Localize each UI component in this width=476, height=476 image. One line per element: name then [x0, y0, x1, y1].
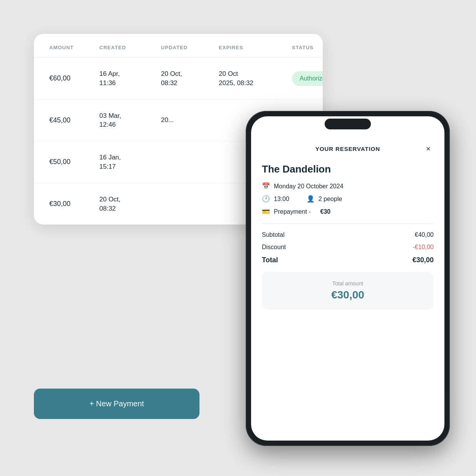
table-row[interactable]: €60,00 16 Apr,11:36 20 Oct,08:32 20 Oct2… [34, 58, 323, 100]
close-button[interactable]: × [423, 143, 434, 154]
subtotal-row: Subtotal €40,00 [262, 231, 434, 238]
time-people-row: 🕐 13:00 👤 2 people [262, 195, 434, 203]
discount-label: Discount [262, 244, 286, 251]
total-row: Total €30,00 [262, 256, 434, 264]
date-value: Monday 20 October 2024 [274, 183, 344, 190]
total-box-amount: €30,00 [271, 289, 424, 301]
col-updated: UPDATED [161, 45, 219, 50]
time-value: 13:00 [274, 196, 289, 203]
row3-created: 16 Jan,15:17 [99, 153, 161, 171]
phone-mockup: YOUR RESERVATION × The Dandelion 📅 Monda… [246, 111, 450, 446]
row2-amount: €45,00 [49, 116, 99, 124]
row1-updated: 20 Oct,08:32 [161, 69, 219, 88]
reservation-modal-title: YOUR RESERVATION [273, 146, 423, 152]
reservation-modal: YOUR RESERVATION × The Dandelion 📅 Monda… [251, 116, 444, 441]
divider [262, 223, 434, 224]
clock-icon: 🕐 [262, 195, 270, 203]
phone-outer: YOUR RESERVATION × The Dandelion 📅 Monda… [246, 111, 450, 446]
prepayment-row: 💳 Prepayment - €30 [262, 208, 434, 216]
col-created: CREATED [99, 45, 161, 50]
phone-notch [325, 119, 371, 129]
subtotal-amount: €40,00 [415, 231, 434, 238]
total-box-label: Total amount [271, 280, 424, 287]
payment-icon: 💳 [262, 208, 270, 216]
venue-name: The Dandelion [262, 163, 434, 175]
row2-created: 03 Mar,12:46 [99, 111, 161, 130]
discount-amount: -€10,00 [413, 244, 434, 251]
people-icon: 👤 [307, 195, 315, 203]
people-value: 2 people [318, 196, 342, 203]
reservation-header: YOUR RESERVATION × [262, 143, 434, 154]
row1-created: 16 Apr,11:36 [99, 69, 161, 88]
col-amount: AMOUNT [49, 45, 99, 50]
col-expires: EXPIRES [219, 45, 292, 50]
row3-amount: €50,00 [49, 158, 99, 166]
date-row: 📅 Monday 20 October 2024 [262, 182, 434, 190]
calendar-icon: 📅 [262, 182, 270, 190]
prepayment-label: Prepayment - [274, 208, 311, 215]
status-badge-authorized: Authorized [292, 71, 323, 86]
row1-status: Authorized [292, 71, 323, 86]
total-label: Total [262, 256, 278, 264]
subtotal-label: Subtotal [262, 231, 285, 238]
table-header: AMOUNT CREATED UPDATED EXPIRES STATUS [34, 34, 323, 58]
col-status: STATUS [292, 45, 323, 50]
total-amount: €30,00 [412, 256, 434, 264]
row2-updated: 20... [161, 116, 219, 125]
total-amount-box: Total amount €30,00 [262, 272, 434, 310]
row1-amount: €60,00 [49, 74, 99, 82]
new-payment-button[interactable]: + New Payment [34, 389, 199, 419]
row4-amount: €30,00 [49, 200, 99, 208]
row1-expires: 20 Oct2025, 08:32 [219, 69, 292, 88]
row4-created: 20 Oct,08:32 [99, 195, 161, 213]
prepayment-amount: €30 [320, 208, 331, 215]
discount-row: Discount -€10,00 [262, 244, 434, 251]
phone-screen: YOUR RESERVATION × The Dandelion 📅 Monda… [251, 116, 444, 441]
